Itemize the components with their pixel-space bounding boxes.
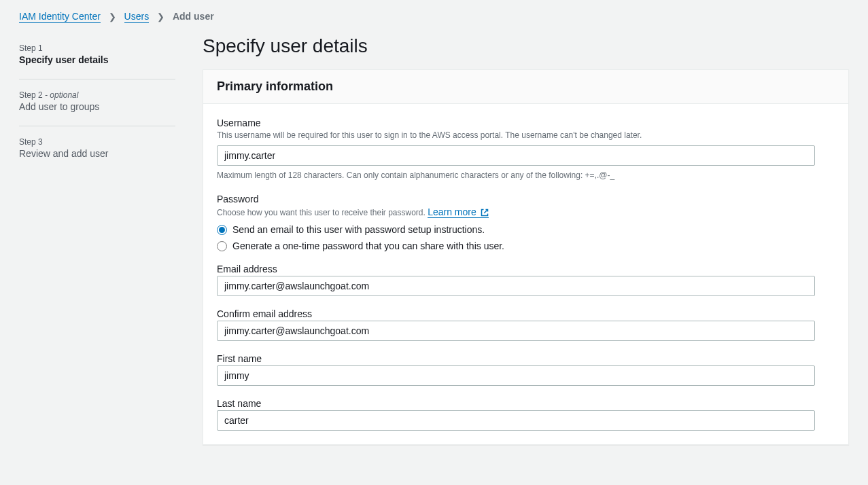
- page-title: Specify user details: [203, 33, 849, 57]
- chevron-right-icon: ❯: [109, 12, 116, 22]
- chevron-right-icon: ❯: [157, 12, 164, 22]
- wizard-step-2[interactable]: Step 2 - optional Add user to groups: [19, 79, 175, 118]
- step-title: Add user to groups: [19, 101, 175, 112]
- password-radio-email[interactable]: [217, 225, 227, 235]
- username-input[interactable]: [217, 145, 815, 166]
- username-label: Username: [217, 118, 835, 128]
- step-number: Step 3: [19, 137, 175, 147]
- panel-heading: Primary information: [217, 79, 835, 94]
- step-title: Review and add user: [19, 148, 175, 159]
- password-desc: Choose how you want this user to receive…: [217, 206, 835, 221]
- external-link-icon: [481, 207, 489, 221]
- password-label: Password: [217, 194, 835, 204]
- step-number: Step 1: [19, 43, 175, 53]
- last-name-label: Last name: [217, 398, 835, 409]
- step-title: Specify user details: [19, 54, 175, 65]
- breadcrumb-current: Add user: [173, 11, 214, 22]
- wizard-step-3[interactable]: Step 3 Review and add user: [19, 126, 175, 164]
- breadcrumb: IAM Identity Center ❯ Users ❯ Add user: [0, 0, 868, 33]
- breadcrumb-root[interactable]: IAM Identity Center: [19, 11, 101, 23]
- wizard-step-1[interactable]: Step 1 Specify user details: [19, 38, 175, 71]
- username-desc: This username will be required for this …: [217, 130, 835, 141]
- step-number: Step 2 - optional: [19, 90, 175, 100]
- last-name-input[interactable]: [217, 410, 815, 431]
- password-radio-email-label[interactable]: Send an email to this user with password…: [232, 224, 485, 235]
- email-label: Email address: [217, 264, 835, 274]
- confirm-email-input[interactable]: [217, 321, 815, 341]
- username-hint: Maximum length of 128 characters. Can on…: [217, 170, 835, 181]
- password-radio-generate-label[interactable]: Generate a one-time password that you ca…: [232, 240, 504, 251]
- email-field: Email address: [217, 264, 835, 296]
- password-radio-generate[interactable]: [217, 241, 227, 251]
- email-input[interactable]: [217, 276, 815, 296]
- confirm-email-label: Confirm email address: [217, 308, 835, 319]
- first-name-field: First name: [217, 353, 835, 386]
- wizard-nav: Step 1 Specify user details Step 2 - opt…: [19, 33, 175, 445]
- confirm-email-field: Confirm email address: [217, 308, 835, 341]
- breadcrumb-users[interactable]: Users: [124, 11, 150, 23]
- main-content: Specify user details Primary information…: [203, 33, 849, 445]
- password-option-email[interactable]: Send an email to this user with password…: [217, 224, 835, 235]
- learn-more-link[interactable]: Learn more: [428, 206, 488, 218]
- password-field: Password Choose how you want this user t…: [217, 194, 835, 252]
- panel-header: Primary information: [203, 70, 848, 104]
- primary-information-panel: Primary information Username This userna…: [203, 69, 849, 445]
- username-field: Username This username will be required …: [217, 118, 835, 181]
- first-name-input[interactable]: [217, 365, 815, 386]
- last-name-field: Last name: [217, 398, 835, 431]
- first-name-label: First name: [217, 353, 835, 364]
- password-option-generate[interactable]: Generate a one-time password that you ca…: [217, 240, 835, 251]
